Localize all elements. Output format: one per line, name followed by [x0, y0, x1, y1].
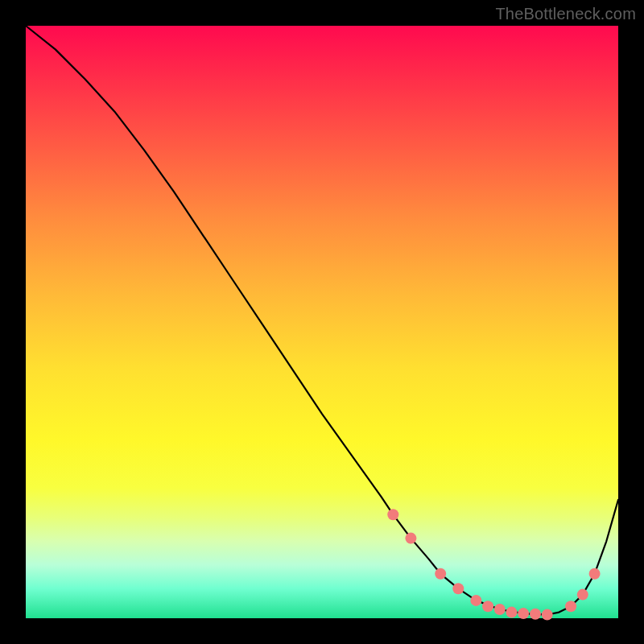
bottleneck-curve-line	[26, 26, 618, 615]
curve-marker	[518, 608, 529, 619]
curve-marker	[530, 609, 541, 620]
curve-marker	[577, 589, 588, 601]
chart-frame: TheBottleneck.com	[0, 0, 644, 644]
curve-marker	[565, 601, 576, 612]
curve-marker	[387, 509, 398, 520]
curve-marker	[482, 601, 493, 612]
curve-marker	[470, 595, 481, 606]
curve-layer	[26, 26, 618, 618]
curve-marker	[452, 583, 464, 594]
plot-area	[26, 26, 618, 618]
curve-marker	[494, 604, 506, 615]
curve-marker	[435, 568, 446, 580]
curve-marker	[405, 533, 416, 544]
curve-marker	[542, 609, 553, 621]
curve-marker	[506, 607, 518, 618]
curve-marker	[589, 568, 601, 580]
watermark-text: TheBottleneck.com	[495, 5, 636, 23]
